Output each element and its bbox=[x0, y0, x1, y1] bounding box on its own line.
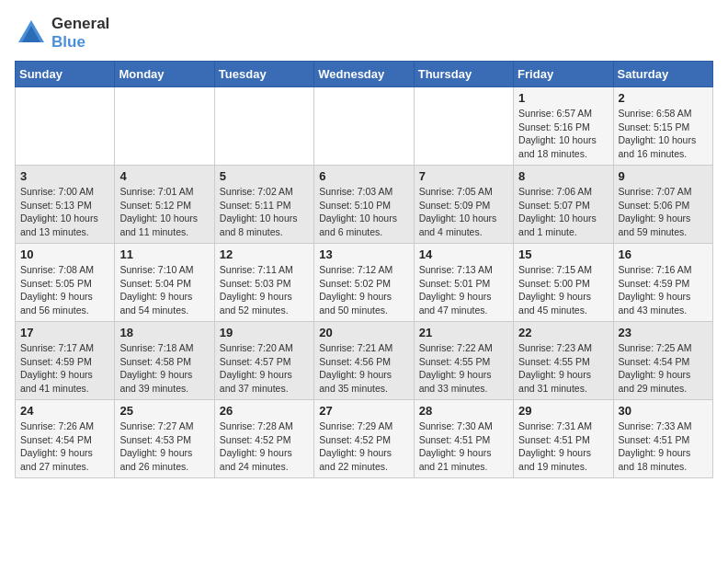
day-number: 28 bbox=[419, 404, 508, 418]
calendar-table: SundayMondayTuesdayWednesdayThursdayFrid… bbox=[15, 61, 713, 478]
calendar-cell: 27Sunrise: 7:29 AM Sunset: 4:52 PM Dayli… bbox=[314, 400, 414, 478]
day-info: Sunrise: 7:10 AM Sunset: 5:04 PM Dayligh… bbox=[119, 263, 209, 317]
day-number: 4 bbox=[119, 169, 209, 183]
day-info: Sunrise: 7:29 AM Sunset: 4:52 PM Dayligh… bbox=[319, 419, 408, 474]
day-number: 2 bbox=[619, 91, 708, 105]
day-info: Sunrise: 7:27 AM Sunset: 4:53 PM Dayligh… bbox=[119, 419, 209, 474]
day-info: Sunrise: 7:22 AM Sunset: 4:55 PM Dayligh… bbox=[419, 341, 508, 396]
calendar-cell: 3Sunrise: 7:00 AM Sunset: 5:13 PM Daylig… bbox=[16, 166, 115, 244]
calendar-cell bbox=[16, 87, 115, 166]
calendar-cell: 11Sunrise: 7:10 AM Sunset: 5:04 PM Dayli… bbox=[115, 244, 214, 322]
calendar-cell: 29Sunrise: 7:31 AM Sunset: 4:51 PM Dayli… bbox=[514, 400, 613, 478]
weekday-header-wednesday: Wednesday bbox=[314, 62, 414, 87]
calendar-cell: 17Sunrise: 7:17 AM Sunset: 4:59 PM Dayli… bbox=[16, 322, 115, 400]
calendar-cell: 4Sunrise: 7:01 AM Sunset: 5:12 PM Daylig… bbox=[115, 166, 214, 244]
calendar-cell: 2Sunrise: 6:58 AM Sunset: 5:15 PM Daylig… bbox=[613, 87, 712, 166]
day-number: 16 bbox=[619, 247, 708, 261]
day-info: Sunrise: 7:31 AM Sunset: 4:51 PM Dayligh… bbox=[518, 419, 608, 474]
calendar-cell: 23Sunrise: 7:25 AM Sunset: 4:54 PM Dayli… bbox=[613, 322, 712, 400]
day-info: Sunrise: 7:13 AM Sunset: 5:01 PM Dayligh… bbox=[419, 263, 508, 317]
day-number: 27 bbox=[319, 404, 408, 418]
day-info: Sunrise: 7:08 AM Sunset: 5:05 PM Dayligh… bbox=[20, 263, 109, 317]
calendar-cell: 10Sunrise: 7:08 AM Sunset: 5:05 PM Dayli… bbox=[16, 244, 115, 322]
day-info: Sunrise: 7:28 AM Sunset: 4:52 PM Dayligh… bbox=[220, 419, 309, 474]
day-info: Sunrise: 7:23 AM Sunset: 4:55 PM Dayligh… bbox=[518, 341, 608, 396]
calendar-cell: 24Sunrise: 7:26 AM Sunset: 4:54 PM Dayli… bbox=[16, 400, 115, 478]
day-number: 22 bbox=[518, 326, 608, 339]
day-info: Sunrise: 7:06 AM Sunset: 5:07 PM Dayligh… bbox=[518, 185, 608, 239]
day-number: 11 bbox=[119, 247, 209, 261]
day-number: 30 bbox=[619, 404, 708, 418]
calendar-cell: 8Sunrise: 7:06 AM Sunset: 5:07 PM Daylig… bbox=[514, 166, 613, 244]
day-info: Sunrise: 7:03 AM Sunset: 5:10 PM Dayligh… bbox=[319, 185, 408, 239]
day-number: 26 bbox=[220, 404, 309, 418]
calendar-cell: 30Sunrise: 7:33 AM Sunset: 4:51 PM Dayli… bbox=[613, 400, 712, 478]
calendar-cell: 21Sunrise: 7:22 AM Sunset: 4:55 PM Dayli… bbox=[414, 322, 513, 400]
calendar-cell bbox=[414, 87, 513, 166]
calendar-cell: 14Sunrise: 7:13 AM Sunset: 5:01 PM Dayli… bbox=[414, 244, 513, 322]
day-number: 24 bbox=[20, 404, 109, 418]
day-info: Sunrise: 6:58 AM Sunset: 5:15 PM Dayligh… bbox=[619, 107, 708, 161]
weekday-header-sunday: Sunday bbox=[16, 62, 115, 87]
day-info: Sunrise: 7:05 AM Sunset: 5:09 PM Dayligh… bbox=[419, 185, 508, 239]
day-info: Sunrise: 7:11 AM Sunset: 5:03 PM Dayligh… bbox=[220, 263, 309, 317]
logo: General Blue bbox=[15, 15, 109, 52]
day-number: 5 bbox=[220, 169, 309, 183]
day-info: Sunrise: 7:02 AM Sunset: 5:11 PM Dayligh… bbox=[220, 185, 309, 239]
day-number: 20 bbox=[319, 326, 408, 339]
logo-icon bbox=[15, 17, 48, 50]
calendar-cell: 25Sunrise: 7:27 AM Sunset: 4:53 PM Dayli… bbox=[115, 400, 214, 478]
day-number: 9 bbox=[619, 169, 708, 183]
calendar-cell: 9Sunrise: 7:07 AM Sunset: 5:06 PM Daylig… bbox=[613, 166, 712, 244]
weekday-header-saturday: Saturday bbox=[613, 62, 712, 87]
day-info: Sunrise: 7:21 AM Sunset: 4:56 PM Dayligh… bbox=[319, 341, 408, 396]
calendar-cell: 6Sunrise: 7:03 AM Sunset: 5:10 PM Daylig… bbox=[314, 166, 414, 244]
calendar-cell: 19Sunrise: 7:20 AM Sunset: 4:57 PM Dayli… bbox=[214, 322, 313, 400]
weekday-header-tuesday: Tuesday bbox=[214, 62, 313, 87]
day-info: Sunrise: 7:33 AM Sunset: 4:51 PM Dayligh… bbox=[619, 419, 708, 474]
calendar-cell bbox=[314, 87, 414, 166]
calendar-cell: 26Sunrise: 7:28 AM Sunset: 4:52 PM Dayli… bbox=[214, 400, 313, 478]
calendar-cell: 28Sunrise: 7:30 AM Sunset: 4:51 PM Dayli… bbox=[414, 400, 513, 478]
day-number: 29 bbox=[518, 404, 608, 418]
calendar-week-4: 17Sunrise: 7:17 AM Sunset: 4:59 PM Dayli… bbox=[16, 322, 713, 400]
calendar-week-2: 3Sunrise: 7:00 AM Sunset: 5:13 PM Daylig… bbox=[16, 166, 713, 244]
day-number: 15 bbox=[518, 247, 608, 261]
day-number: 8 bbox=[518, 169, 608, 183]
day-info: Sunrise: 7:01 AM Sunset: 5:12 PM Dayligh… bbox=[119, 185, 209, 239]
calendar-cell bbox=[214, 87, 313, 166]
day-info: Sunrise: 7:18 AM Sunset: 4:58 PM Dayligh… bbox=[119, 341, 209, 396]
weekday-header-row: SundayMondayTuesdayWednesdayThursdayFrid… bbox=[16, 62, 713, 87]
day-number: 25 bbox=[119, 404, 209, 418]
page-header: General Blue bbox=[15, 15, 713, 52]
day-number: 21 bbox=[419, 326, 508, 339]
day-info: Sunrise: 7:07 AM Sunset: 5:06 PM Dayligh… bbox=[619, 185, 708, 239]
calendar-cell: 1Sunrise: 6:57 AM Sunset: 5:16 PM Daylig… bbox=[514, 87, 613, 166]
calendar-cell bbox=[115, 87, 214, 166]
day-number: 7 bbox=[419, 169, 508, 183]
weekday-header-monday: Monday bbox=[115, 62, 214, 87]
day-info: Sunrise: 7:25 AM Sunset: 4:54 PM Dayligh… bbox=[619, 341, 708, 396]
day-info: Sunrise: 7:17 AM Sunset: 4:59 PM Dayligh… bbox=[20, 341, 109, 396]
weekday-header-thursday: Thursday bbox=[414, 62, 513, 87]
calendar-cell: 16Sunrise: 7:16 AM Sunset: 4:59 PM Dayli… bbox=[613, 244, 712, 322]
day-info: Sunrise: 7:26 AM Sunset: 4:54 PM Dayligh… bbox=[20, 419, 109, 474]
day-info: Sunrise: 7:16 AM Sunset: 4:59 PM Dayligh… bbox=[619, 263, 708, 317]
logo-general: General bbox=[51, 15, 109, 33]
day-info: Sunrise: 7:30 AM Sunset: 4:51 PM Dayligh… bbox=[419, 419, 508, 474]
weekday-header-friday: Friday bbox=[514, 62, 613, 87]
calendar-cell: 15Sunrise: 7:15 AM Sunset: 5:00 PM Dayli… bbox=[514, 244, 613, 322]
calendar-cell: 22Sunrise: 7:23 AM Sunset: 4:55 PM Dayli… bbox=[514, 322, 613, 400]
day-number: 13 bbox=[319, 247, 408, 261]
day-number: 19 bbox=[220, 326, 309, 339]
day-number: 1 bbox=[518, 91, 608, 105]
day-info: Sunrise: 7:00 AM Sunset: 5:13 PM Dayligh… bbox=[20, 185, 109, 239]
day-info: Sunrise: 6:57 AM Sunset: 5:16 PM Dayligh… bbox=[518, 107, 608, 161]
calendar-cell: 7Sunrise: 7:05 AM Sunset: 5:09 PM Daylig… bbox=[414, 166, 513, 244]
calendar-cell: 20Sunrise: 7:21 AM Sunset: 4:56 PM Dayli… bbox=[314, 322, 414, 400]
day-info: Sunrise: 7:12 AM Sunset: 5:02 PM Dayligh… bbox=[319, 263, 408, 317]
day-number: 3 bbox=[20, 169, 109, 183]
day-number: 10 bbox=[20, 247, 109, 261]
day-number: 12 bbox=[220, 247, 309, 261]
day-number: 23 bbox=[619, 326, 708, 339]
